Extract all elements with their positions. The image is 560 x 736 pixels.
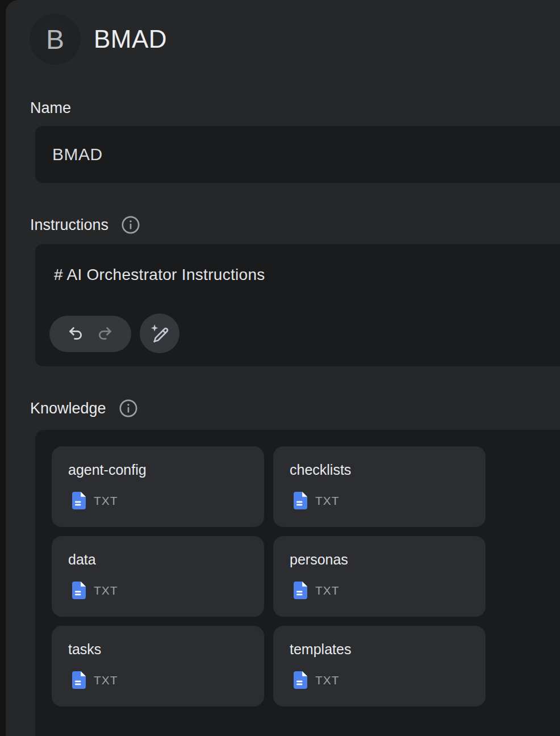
undo-icon xyxy=(67,325,85,343)
text-document-icon xyxy=(294,492,307,509)
name-label: Name xyxy=(30,99,71,117)
file-type-label: TXT xyxy=(315,494,340,508)
file-name: personas xyxy=(290,551,486,568)
rewrite-button[interactable] xyxy=(140,313,179,353)
name-input[interactable]: BMAD xyxy=(35,126,560,183)
file-type-label: TXT xyxy=(315,584,340,597)
file-meta-row: TXT xyxy=(294,492,486,509)
knowledge-file-card[interactable]: tasks TXT xyxy=(52,626,264,706)
editor-toolbar xyxy=(49,313,179,353)
file-meta-row: TXT xyxy=(72,582,264,599)
knowledge-label-row: Knowledge xyxy=(30,399,138,418)
file-meta-row: TXT xyxy=(72,671,264,689)
gem-avatar: B xyxy=(30,14,81,65)
file-type-label: TXT xyxy=(94,674,118,687)
file-meta-row: TXT xyxy=(72,492,264,509)
text-document-icon xyxy=(294,671,307,689)
file-name: templates xyxy=(290,641,486,658)
instructions-info-icon[interactable] xyxy=(121,215,140,235)
knowledge-label: Knowledge xyxy=(30,399,106,417)
instructions-label: Instructions xyxy=(30,216,108,234)
redo-button[interactable] xyxy=(95,325,114,343)
knowledge-file-card[interactable]: data TXT xyxy=(52,536,264,617)
gem-editor-panel: B BMAD Name BMAD Instructions # AI Orche… xyxy=(6,0,560,736)
undo-redo-group xyxy=(49,316,131,352)
file-name: data xyxy=(68,551,264,568)
instructions-textarea[interactable]: # AI Orchestrator Instructions xyxy=(35,244,560,366)
instructions-label-row: Instructions xyxy=(30,215,140,235)
info-icon xyxy=(121,215,140,235)
knowledge-file-card[interactable]: checklists TXT xyxy=(273,446,486,527)
file-meta-row: TXT xyxy=(294,671,486,689)
file-type-label: TXT xyxy=(315,674,340,687)
knowledge-info-icon[interactable] xyxy=(119,399,138,418)
avatar-letter: B xyxy=(46,24,64,55)
name-label-row: Name xyxy=(30,99,71,117)
knowledge-file-card[interactable]: personas TXT xyxy=(273,536,486,617)
file-name: agent-config xyxy=(68,461,264,478)
page-title: BMAD xyxy=(94,25,167,53)
text-document-icon xyxy=(72,492,86,509)
text-document-icon xyxy=(294,582,307,599)
knowledge-panel: agent-config TXT checklists xyxy=(35,430,560,736)
undo-button[interactable] xyxy=(67,325,85,343)
knowledge-files-grid: agent-config TXT checklists xyxy=(52,446,560,706)
file-meta-row: TXT xyxy=(294,582,486,599)
file-type-label: TXT xyxy=(94,584,118,597)
gem-header: B BMAD xyxy=(30,14,167,65)
file-type-label: TXT xyxy=(94,494,118,508)
file-name: tasks xyxy=(68,641,264,658)
knowledge-file-card[interactable]: templates TXT xyxy=(273,626,486,706)
redo-icon xyxy=(95,325,114,343)
knowledge-file-card[interactable]: agent-config TXT xyxy=(52,446,264,527)
pen-spark-icon xyxy=(149,323,170,344)
name-input-value: BMAD xyxy=(52,145,103,164)
file-name: checklists xyxy=(290,461,486,478)
text-document-icon xyxy=(72,671,86,689)
info-icon xyxy=(119,399,138,418)
text-document-icon xyxy=(72,582,86,599)
instructions-text: # AI Orchestrator Instructions xyxy=(35,244,560,284)
